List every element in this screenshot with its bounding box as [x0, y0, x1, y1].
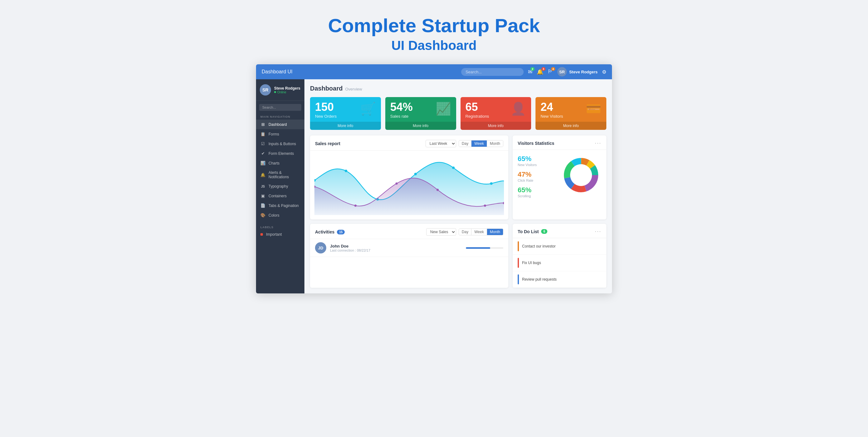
day-button[interactable]: Day — [459, 141, 471, 147]
sidebar-search-input[interactable] — [259, 104, 301, 111]
containers-icon: ▣ — [260, 193, 266, 198]
activity-bar-fill — [466, 247, 490, 249]
settings-icon[interactable]: ⚙ — [602, 69, 606, 75]
activities-month-button[interactable]: Month — [487, 229, 503, 235]
stat-card-visitors: 24 New Visitors 💳 More info — [535, 97, 606, 130]
sidebar-item-tabs[interactable]: 📄 Tabs & Pagination — [256, 201, 304, 210]
page-header: Dashboard Overview — [310, 85, 606, 92]
topnav-username: Steve Rodgers — [569, 70, 598, 74]
topnav-icons: ✉ 2 🔔 3 🏳 4 — [528, 69, 553, 75]
activities-week-button[interactable]: Week — [471, 229, 487, 235]
sales-chart-svg — [314, 155, 504, 215]
scrolling-pct: 65% — [518, 186, 557, 194]
bell-icon[interactable]: 🔔 3 — [537, 69, 543, 75]
sidebar-item-label: Alerts & Notifications — [269, 170, 300, 179]
activities-day-button[interactable]: Day — [459, 229, 471, 235]
brand-name-bold: Dashboard — [262, 69, 286, 74]
card-header: Sales report Last Week Last Month Last Y… — [310, 135, 508, 151]
donut-chart — [561, 155, 601, 195]
todo-text: Review pull requests — [522, 277, 557, 282]
labels-section-label: LABELS — [256, 223, 304, 230]
tabs-icon: 📄 — [260, 203, 266, 208]
hero-title: Complete Startup Pack — [328, 15, 540, 36]
flag-badge: 4 — [551, 67, 555, 71]
sidebar-avatar: SR — [260, 84, 271, 95]
colors-icon: 🎨 — [260, 213, 266, 218]
visitors-stats: 65% New Visitors 47% Click Rate 65% Scro… — [518, 155, 557, 198]
registrations-icon: 👤 — [510, 101, 526, 116]
todo-text: Contact our investor — [522, 244, 555, 248]
page-subtitle: Overview — [345, 87, 362, 91]
chart-dot — [345, 170, 347, 172]
todo-badge: 6 — [541, 229, 547, 234]
sidebar: SR Steve Rodgers Online MAIN NAVIGATION … — [256, 79, 304, 293]
sidebar-item-forms[interactable]: 📋 Forms — [256, 129, 304, 139]
sidebar-item-label: Form Elements — [269, 151, 294, 156]
hero-subtitle: UI Dashboard — [328, 38, 540, 53]
sidebar-item-colors[interactable]: 🎨 Colors — [256, 210, 304, 220]
sidebar-item-inputs[interactable]: ☑ Inputs & Buttons — [256, 139, 304, 149]
click-rate-label: Click Rate — [518, 179, 557, 182]
more-info-button[interactable]: More info — [385, 122, 456, 130]
topnav-search-input[interactable] — [461, 68, 524, 76]
forms-icon: 📋 — [260, 132, 266, 136]
todo-bar — [518, 241, 519, 251]
stat-card-info: 54% Sales rate — [390, 101, 413, 119]
sidebar-item-containers[interactable]: ▣ Containers — [256, 191, 304, 201]
todo-bar — [518, 274, 519, 284]
brand-logo: Dashboard UI — [262, 69, 310, 74]
more-options-icon[interactable]: ··· — [595, 140, 601, 146]
sidebar-item-label: Charts — [269, 161, 279, 165]
activity-info: John Doe Last connection : 08/22/17 — [330, 244, 462, 252]
label-text: Important — [266, 232, 282, 237]
new-visitors-pct: 65% — [518, 155, 557, 163]
user-menu[interactable]: SR Steve Rodgers — [557, 67, 598, 76]
charts-icon: 📊 — [260, 161, 266, 165]
stat-label: Registrations — [466, 114, 489, 119]
todo-item: Fix UI bugs — [513, 255, 606, 271]
sidebar-item-form-elements[interactable]: ✔ Form Elements — [256, 149, 304, 158]
period-btn-group: Day Week Month — [459, 140, 503, 147]
stat-card-orders: 150 New Orders 🛒 More info — [310, 97, 381, 130]
more-info-button[interactable]: More info — [310, 122, 381, 130]
sidebar-item-alerts[interactable]: 🔔 Alerts & Notifications — [256, 168, 304, 182]
todo-header: To Do List 6 — [518, 229, 547, 234]
sidebar-label-important[interactable]: Important — [256, 230, 304, 239]
sidebar-item-typography[interactable]: JS Typography — [256, 182, 304, 191]
period-select[interactable]: Last Week Last Month Last Year — [426, 140, 456, 147]
chart-dot — [395, 183, 398, 185]
stat-card-top: 24 New Visitors 💳 — [535, 97, 606, 122]
brand-name-light: UI — [286, 69, 292, 74]
flag-icon[interactable]: 🏳 4 — [548, 69, 553, 75]
stat-number: 54% — [390, 101, 413, 113]
activities-period-group: Day Week Month — [459, 228, 503, 236]
new-visitors-label: New Visitors — [518, 163, 557, 167]
chart-dot — [354, 205, 356, 207]
activity-date: Last connection : 08/22/17 — [330, 248, 462, 252]
activities-header: Activities 15 — [315, 229, 345, 235]
activity-item: JD John Doe Last connection : 08/22/17 — [310, 239, 508, 257]
mail-badge: 2 — [530, 67, 534, 71]
more-info-button[interactable]: More info — [461, 122, 531, 130]
more-options-icon[interactable]: ··· — [595, 228, 601, 235]
chart-dot — [414, 173, 417, 176]
todo-item: Review pull requests — [513, 271, 606, 288]
visitors-icon: 💳 — [586, 101, 601, 116]
month-button[interactable]: Month — [487, 141, 503, 147]
visitors-new: 65% New Visitors — [518, 155, 557, 167]
sidebar-item-charts[interactable]: 📊 Charts — [256, 158, 304, 168]
sidebar-user-profile: SR Steve Rodgers Online — [256, 79, 304, 101]
stat-number: 65 — [466, 101, 489, 113]
bottom-grid: Activities 15 New Sales Old Sales Day We… — [310, 224, 606, 288]
week-button[interactable]: Week — [471, 141, 487, 147]
activities-select[interactable]: New Sales Old Sales — [426, 228, 456, 236]
card-header: Activities 15 New Sales Old Sales Day We… — [310, 224, 508, 239]
sidebar-item-dashboard[interactable]: ⊞ Dashboard — [256, 120, 304, 129]
stat-label: New Visitors — [540, 114, 563, 119]
todo-card: To Do List 6 ··· Contact our investor Fi… — [513, 224, 606, 288]
bell-badge: 3 — [541, 67, 546, 71]
more-info-button[interactable]: More info — [535, 122, 606, 130]
card-header: To Do List 6 ··· — [513, 224, 606, 238]
mail-icon[interactable]: ✉ 2 — [528, 69, 532, 75]
activity-progress-bar — [466, 247, 503, 249]
